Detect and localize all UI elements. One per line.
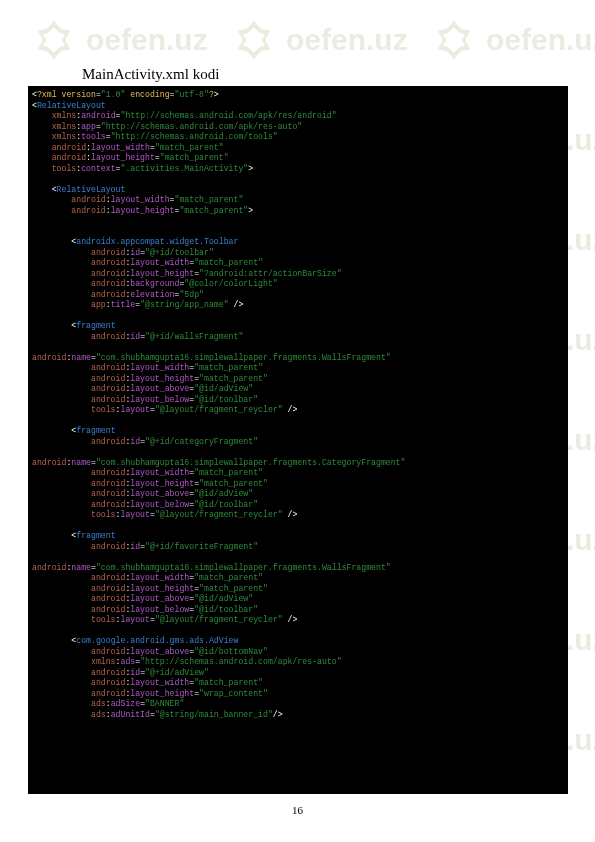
code-block: <?xml version="1.0" encoding="utf-8"?> <…	[28, 86, 568, 794]
swirl-icon	[232, 18, 276, 62]
watermark-text: oefen.uz	[86, 23, 208, 57]
code-heading: MainActivity.xml kodi	[82, 66, 219, 83]
watermark-text: oefen.uz	[486, 23, 595, 57]
watermark: oefen.uz	[232, 18, 408, 62]
watermark: oefen.uz	[432, 18, 595, 62]
swirl-icon	[432, 18, 476, 62]
swirl-icon	[32, 18, 76, 62]
page-number: 16	[0, 804, 595, 816]
watermark: oefen.uz	[32, 18, 208, 62]
watermark-text: oefen.uz	[286, 23, 408, 57]
